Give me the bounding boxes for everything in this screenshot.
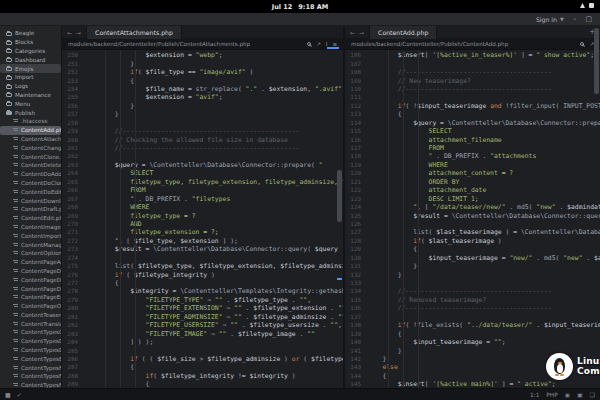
clock-date[interactable]: Jul 12 xyxy=(272,3,293,11)
sidebar-item-label: ContentTypesC xyxy=(21,329,61,335)
system-tray[interactable] xyxy=(580,3,594,8)
sign-in-label: Sign in xyxy=(536,16,557,23)
sidebar-item-file[interactable]: ContentDoEdit. xyxy=(0,187,61,196)
sidebar-item-folder[interactable]: Menu xyxy=(0,99,61,108)
minimize-button[interactable]: – xyxy=(573,16,577,23)
sidebar-item-label: Categories xyxy=(15,48,45,54)
code-editor-right[interactable]: 106 $insert[ '[%active_in_teaser%]' ] = … xyxy=(345,50,600,388)
sidebar-item-label: ContentPageAp xyxy=(21,259,61,265)
collab-panel-icon[interactable]: ■ xyxy=(5,391,11,398)
nav-forward-icon[interactable]: → xyxy=(76,29,81,36)
project-panel[interactable]: Beagle Blocks Categories Dashboard xyxy=(0,26,62,388)
folder-icon xyxy=(6,58,12,62)
sidebar-item-file[interactable]: ContentPageDe xyxy=(0,267,61,276)
open-in-icon[interactable]: ↗ xyxy=(316,41,321,47)
sidebar-item-folder[interactable]: Emojis xyxy=(0,64,61,73)
sidebar-item-label: ContentDoAdd. xyxy=(21,171,61,177)
sign-in-button[interactable]: Sign in ▼ xyxy=(536,16,564,23)
sidebar-item-file[interactable]: ContentTypesF xyxy=(0,381,61,388)
scrollbar-left[interactable] xyxy=(337,170,342,222)
tab-contentattachments[interactable]: ContentAttachments.php xyxy=(86,26,182,39)
nav-back-icon[interactable]: ← xyxy=(67,29,72,36)
diagnostics-icon[interactable]: ✓ xyxy=(17,391,22,398)
line-number: 145 xyxy=(345,381,367,387)
code-line: 118 " . DB_PREFIX . "attachments xyxy=(345,152,600,160)
scrollbar-right[interactable] xyxy=(594,28,599,94)
sidebar-item-file[interactable]: ContentEdit.ph xyxy=(0,214,61,223)
line-number: 286 xyxy=(62,356,84,362)
sidebar-item-file[interactable]: ContentPageDo xyxy=(0,275,61,284)
line-number: 276 xyxy=(62,272,84,278)
window-menu-button[interactable]: ▢ xyxy=(585,16,592,23)
assistant-icon[interactable]: ◉ xyxy=(565,391,570,398)
sidebar-item-folder[interactable]: Logs xyxy=(0,82,61,91)
search-icon[interactable] xyxy=(307,42,311,46)
sidebar-item-file[interactable]: ContentAttachments.php xyxy=(0,135,61,144)
line-number: 143 xyxy=(345,364,367,370)
sidebar-item-file[interactable]: .htaccess xyxy=(0,117,61,126)
clock-time[interactable]: 9:18 AM xyxy=(298,3,328,11)
sidebar-item-folder[interactable]: Categories xyxy=(0,47,61,56)
sidebar-item-file[interactable]: ContentTypesD xyxy=(0,346,61,355)
sidebar-item-file[interactable]: ContentTypesD xyxy=(0,337,61,346)
line-number: 108 xyxy=(345,69,367,75)
file-icon xyxy=(13,146,18,150)
sidebar-item-file[interactable]: ContentPageEd xyxy=(0,293,61,302)
sidebar-item-file[interactable]: ContentAdd.php xyxy=(0,126,61,135)
line-number: 274 xyxy=(62,255,84,261)
sidebar-item-label: Menu xyxy=(15,101,30,107)
sidebar-item-file[interactable]: ContentDownlo xyxy=(0,196,61,205)
sidebar-item-file[interactable]: ContentDelete. xyxy=(0,161,61,170)
file-icon xyxy=(13,207,18,211)
file-icon xyxy=(13,234,18,238)
code-line: 139 { xyxy=(345,329,600,337)
cursor-position[interactable]: 1:1 xyxy=(530,392,539,398)
tab-contentadd[interactable]: ContentAdd.php xyxy=(369,26,437,39)
folder-icon xyxy=(6,102,12,106)
sidebar-item-folder[interactable]: Import xyxy=(0,73,61,82)
sidebar-item-file[interactable]: ContentTypesE xyxy=(0,354,61,363)
nav-forward-icon[interactable]: → xyxy=(359,29,364,36)
breadcrumb-bar-left: modules/backend/Contentteller/Publish/Co… xyxy=(62,39,343,50)
folder-icon xyxy=(6,93,12,97)
sidebar-item-file[interactable]: ContentDoClone xyxy=(0,179,61,188)
folder-icon xyxy=(6,67,12,71)
breadcrumb[interactable]: modules/backend/Contentteller/Publish/Co… xyxy=(68,41,250,47)
language-selector[interactable]: PHP xyxy=(546,392,557,398)
sidebar-item-folder[interactable]: Publish xyxy=(0,108,61,117)
panel-toggle-icon[interactable]: ❏ xyxy=(590,391,595,398)
sidebar-item-file[interactable]: ContentTypesC xyxy=(0,328,61,337)
sidebar-item-file[interactable]: ContentOption xyxy=(0,249,61,258)
sidebar-item-file[interactable]: ContentClone.p xyxy=(0,152,61,161)
sidebar-item-folder[interactable]: Dashboard xyxy=(0,55,61,64)
sidebar-item-file[interactable]: ContentTransla xyxy=(0,319,61,328)
terminal-icon[interactable]: ▣ xyxy=(577,391,583,398)
code-editor-left[interactable]: 250 $extension = "webp";251 }252 if( $fi… xyxy=(62,50,343,388)
power-icon[interactable] xyxy=(589,3,594,8)
sidebar-item-file[interactable]: ContentManage xyxy=(0,240,61,249)
breadcrumb[interactable]: modules/backend/Contentteller/Publish/Co… xyxy=(351,41,508,47)
sidebar-item-file[interactable]: ContentImport. xyxy=(0,231,61,240)
sidebar-item-file[interactable]: ContentPageAp xyxy=(0,258,61,267)
sidebar-item-file[interactable]: ContentChange xyxy=(0,143,61,152)
sidebar-item-file[interactable]: ContentTeaserI xyxy=(0,311,61,320)
sidebar-item-folder[interactable]: Beagle xyxy=(0,29,61,38)
file-icon xyxy=(13,243,18,247)
sidebar-item-folder[interactable]: Blocks xyxy=(0,38,61,47)
file-icon xyxy=(13,348,18,352)
sidebar-item-label: ContentDraft.p xyxy=(21,206,61,212)
sidebar-item-file[interactable]: ContentDraft.p xyxy=(0,205,61,214)
sidebar-item-folder[interactable]: Maintenance xyxy=(0,91,61,100)
sidebar-item-label: Emojis xyxy=(15,66,33,72)
network-icon[interactable] xyxy=(580,3,585,8)
penguin-logo-icon xyxy=(546,353,573,380)
sidebar-item-file[interactable]: ContentTypesF xyxy=(0,372,61,381)
line-number: 113 xyxy=(345,111,367,117)
sidebar-item-file[interactable]: ContentPageDo xyxy=(0,284,61,293)
sidebar-item-file[interactable]: ContentPageOr xyxy=(0,302,61,311)
sidebar-item-file[interactable]: ContentDoAdd. xyxy=(0,170,61,179)
search-icon[interactable] xyxy=(580,42,584,46)
nav-back-icon[interactable]: ← xyxy=(350,29,355,36)
sidebar-item-file[interactable]: ContentTypesF xyxy=(0,363,61,372)
sidebar-item-file[interactable]: ContentImageI xyxy=(0,223,61,232)
